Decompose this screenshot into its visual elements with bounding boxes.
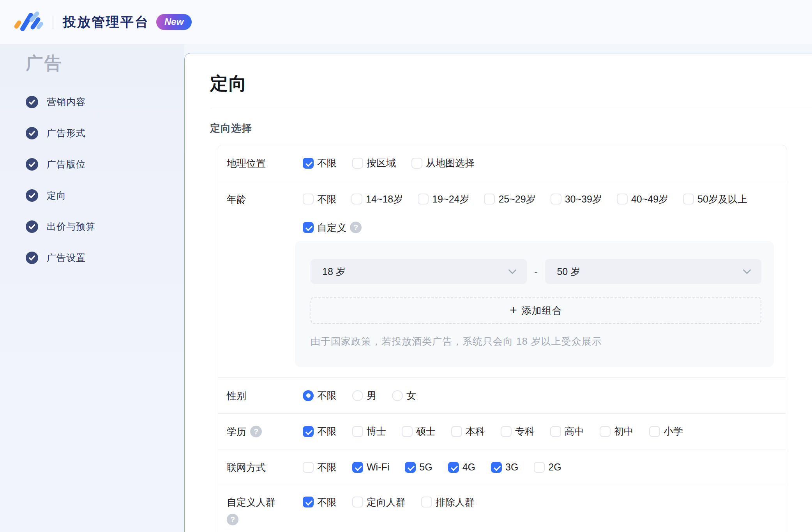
checkbox-icon <box>600 426 611 437</box>
checkbox-icon <box>550 426 561 437</box>
sidebar-item-label: 广告版位 <box>47 158 86 171</box>
sidebar-item-label: 广告形式 <box>47 127 86 139</box>
checkbox-icon <box>352 426 363 437</box>
checkbox-age-14-18[interactable]: 14~18岁 <box>351 193 403 206</box>
sidebar-item-targeting[interactable]: 定向 <box>26 188 173 203</box>
radio-gender-unlimited[interactable]: 不限 <box>303 389 337 402</box>
checkbox-age-30-39[interactable]: 30~39岁 <box>551 193 602 206</box>
check-circle-icon <box>26 220 38 233</box>
checkbox-icon <box>491 462 502 473</box>
checkbox-icon <box>551 194 561 204</box>
sidebar-item-label: 营销内容 <box>47 96 86 108</box>
checkbox-icon <box>421 497 432 507</box>
checkbox-net-4g[interactable]: 4G <box>448 462 475 473</box>
checkbox-net-5g[interactable]: 5G <box>405 462 432 473</box>
sidebar-nav: 营销内容 广告形式 广告版位 定向 出价与预算 广告设置 <box>26 94 173 266</box>
range-separator: - <box>527 266 545 278</box>
checkbox-icon <box>411 158 422 169</box>
checkbox-icon <box>303 222 314 233</box>
targeting-form: 地理位置 不限 按区域 <box>218 145 786 532</box>
section-label: 定向选择 <box>210 122 812 135</box>
checkbox-edu-primaryschool[interactable]: 小学 <box>649 425 683 438</box>
checkbox-age-19-24[interactable]: 19~24岁 <box>418 193 469 206</box>
checkbox-net-unlimited[interactable]: 不限 <box>303 461 337 474</box>
checkbox-icon <box>352 158 363 169</box>
policy-note: 由于国家政策，若投放酒类广告，系统只会向 18 岁以上受众展示 <box>311 335 761 348</box>
chevron-down-icon <box>743 269 751 274</box>
checkbox-icon <box>303 426 314 437</box>
checkbox-edu-doctor[interactable]: 博士 <box>352 425 386 438</box>
row-label: 地理位置 <box>227 156 303 170</box>
sidebar-item-ad-settings[interactable]: 广告设置 <box>26 250 173 266</box>
add-combination-button[interactable]: + 添加组合 <box>311 297 761 324</box>
checkbox-age-custom[interactable]: 自定义 ? <box>303 221 362 234</box>
chevron-down-icon <box>508 269 517 274</box>
sidebar: 广告 营销内容 广告形式 广告版位 定向 出价与预算 <box>0 44 184 532</box>
checkbox-icon <box>683 194 694 204</box>
checkbox-edu-middleschool[interactable]: 初中 <box>600 425 634 438</box>
sidebar-item-label: 出价与预算 <box>47 220 95 233</box>
age-custom-panel: 18 岁 - 50 岁 + 添 <box>295 241 774 367</box>
row-label: 学历 ? <box>227 425 303 439</box>
form-row-gender: 性别 不限 男 <box>218 378 786 414</box>
checkbox-edu-bachelor[interactable]: 本科 <box>451 425 485 438</box>
checkbox-age-50-plus[interactable]: 50岁及以上 <box>683 193 747 206</box>
checkbox-age-40-49[interactable]: 40~49岁 <box>617 193 668 206</box>
radio-gender-male[interactable]: 男 <box>352 389 376 402</box>
sidebar-item-ad-format[interactable]: 广告形式 <box>26 125 173 141</box>
age-from-select[interactable]: 18 岁 <box>311 259 527 284</box>
checkbox-icon <box>451 426 462 437</box>
targeting-card: 定向 定向选择 地理位置 不限 <box>184 53 812 532</box>
checkbox-edu-unlimited[interactable]: 不限 <box>303 425 337 438</box>
checkbox-net-wifi[interactable]: Wi-Fi <box>352 462 389 473</box>
radio-icon <box>303 390 314 401</box>
check-circle-icon <box>26 158 38 171</box>
form-row-network: 联网方式 不限 Wi-Fi <box>218 449 786 485</box>
checkbox-geo-unlimited[interactable]: 不限 <box>303 157 337 169</box>
checkbox-icon <box>352 497 363 507</box>
checkbox-net-3g[interactable]: 3G <box>491 462 518 473</box>
checkbox-geo-by-region[interactable]: 按区域 <box>352 157 396 169</box>
main-area: 定向 定向选择 地理位置 不限 <box>184 44 812 532</box>
sidebar-item-ad-placement[interactable]: 广告版位 <box>26 157 173 172</box>
checkbox-icon <box>402 426 413 437</box>
row-label: 性别 <box>227 389 303 403</box>
radio-icon <box>352 390 363 401</box>
checkbox-icon <box>303 497 314 507</box>
row-label: 自定义人群 ? <box>227 495 303 525</box>
sidebar-item-marketing-content[interactable]: 营销内容 <box>26 94 173 110</box>
age-to-select[interactable]: 50 岁 <box>545 259 761 284</box>
radio-gender-female[interactable]: 女 <box>392 389 416 402</box>
brand-divider <box>53 16 53 29</box>
help-icon[interactable]: ? <box>350 222 362 233</box>
app-title: 投放管理平台 <box>63 13 149 31</box>
checkbox-audience-exclude[interactable]: 排除人群 <box>421 496 475 509</box>
checkbox-audience-target[interactable]: 定向人群 <box>352 496 406 509</box>
form-row-custom-audience: 自定义人群 ? 不限 定向人群 <box>218 485 786 532</box>
checkbox-age-25-29[interactable]: 25~29岁 <box>484 193 535 206</box>
checkbox-icon <box>352 462 363 473</box>
sidebar-item-label: 广告设置 <box>47 252 86 264</box>
brand-logo-icon <box>14 11 43 33</box>
top-bar: 投放管理平台 New <box>0 0 812 44</box>
checkbox-audience-unlimited[interactable]: 不限 <box>303 496 337 509</box>
help-icon[interactable]: ? <box>250 426 262 437</box>
sidebar-item-bid-budget[interactable]: 出价与预算 <box>26 219 173 234</box>
checkbox-edu-master[interactable]: 硕士 <box>402 425 436 438</box>
title-divider <box>210 108 812 108</box>
checkbox-icon <box>418 194 429 204</box>
check-circle-icon <box>26 252 38 264</box>
help-icon[interactable]: ? <box>227 514 238 525</box>
check-circle-icon <box>26 127 38 139</box>
checkbox-geo-from-map[interactable]: 从地图选择 <box>411 157 475 169</box>
plus-icon: + <box>510 304 517 316</box>
form-row-location: 地理位置 不限 按区域 <box>218 145 786 181</box>
checkbox-edu-highschool[interactable]: 高中 <box>550 425 584 438</box>
checkbox-net-2g[interactable]: 2G <box>534 462 561 473</box>
sidebar-heading: 广告 <box>26 52 173 75</box>
checkbox-edu-college[interactable]: 专科 <box>501 425 535 438</box>
row-label: 年龄 <box>227 192 303 206</box>
checkbox-age-unlimited[interactable]: 不限 <box>303 193 337 206</box>
checkbox-icon <box>484 194 495 204</box>
checkbox-icon <box>649 426 660 437</box>
